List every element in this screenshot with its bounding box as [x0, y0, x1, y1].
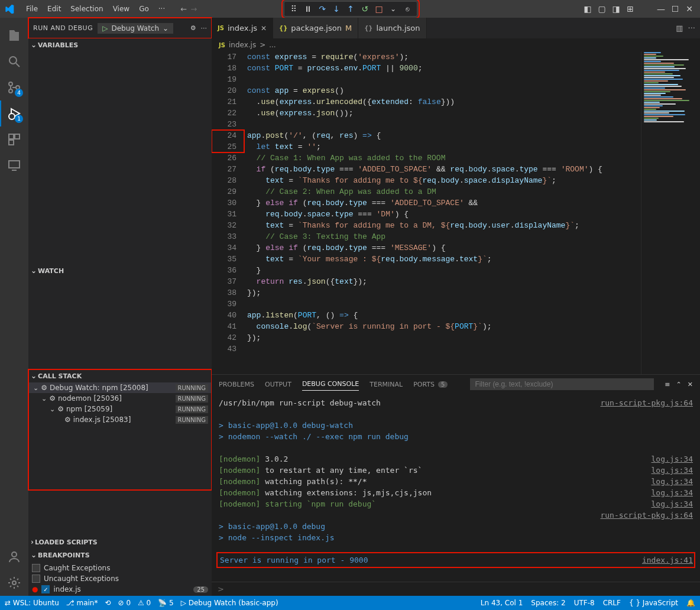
layout-left-icon[interactable]: ◧ — [582, 3, 594, 15]
callstack-row[interactable]: ⚙index.js [25083]RUNNING — [28, 414, 212, 425]
watch-body — [28, 277, 212, 369]
nav-back-icon[interactable]: ← — [180, 5, 187, 14]
source-link[interactable]: index.js:41 — [642, 554, 693, 566]
debug-config-selector[interactable]: ▷ Debug Watch ⌄ — [98, 23, 173, 34]
editor-tab[interactable]: {}launch.json — [358, 18, 426, 38]
language-status[interactable]: { } JavaScript — [629, 599, 678, 607]
nav-fwd-icon[interactable]: → — [190, 5, 197, 14]
explorer-icon[interactable] — [0, 22, 28, 48]
stop-dropdown-icon[interactable]: ⌄ — [387, 3, 399, 15]
drag-handle-icon[interactable]: ⠿ — [288, 3, 300, 15]
cursor-position[interactable]: Ln 43, Col 1 — [481, 599, 523, 607]
variables-section-header[interactable]: ⌄VARIABLES — [28, 38, 212, 51]
editor-tab[interactable]: {}package.jsonM — [273, 18, 358, 38]
indent-status[interactable]: Spaces: 2 — [531, 599, 565, 607]
layout-right-icon[interactable]: ◨ — [610, 3, 622, 15]
tab-ports[interactable]: PORTS — [413, 378, 435, 391]
menu-view[interactable]: View — [108, 2, 134, 15]
gear-icon[interactable]: ⚙ — [190, 24, 196, 32]
play-icon[interactable]: ▷ — [102, 24, 108, 33]
menu-file[interactable]: File — [21, 2, 43, 15]
chevron-icon[interactable]: ⌄ — [33, 384, 38, 392]
debug-console-input[interactable]: > — [212, 582, 700, 596]
tab-problems[interactable]: PROBLEMS — [219, 378, 254, 391]
pause-icon[interactable]: ⏸ — [302, 3, 314, 15]
loaded-scripts-section-header[interactable]: ›LOADED SCRIPTS — [28, 536, 212, 549]
debug-console[interactable]: /usr/bin/npm run-script debug-watchrun-s… — [212, 394, 700, 582]
scm-badge: 4 — [15, 89, 23, 97]
process-icon: ⚙ — [64, 416, 71, 424]
debug-icon[interactable]: 1 — [0, 100, 28, 126]
source-link[interactable]: log.js:34 — [652, 487, 693, 498]
window-maximize-icon[interactable]: ☐ — [669, 3, 681, 15]
window-minimize-icon[interactable]: — — [655, 3, 667, 15]
panel-close-icon[interactable]: ✕ — [688, 381, 693, 388]
more-icon[interactable]: ··· — [201, 24, 208, 32]
checkbox[interactable]: ✓ — [41, 585, 50, 593]
layout-custom-icon[interactable]: ⊞ — [624, 3, 636, 15]
source-link[interactable]: log.js:34 — [652, 465, 693, 476]
callstack-row[interactable]: ⌄⚙nodemon [25036]RUNNING — [28, 393, 212, 404]
panel-maximize-icon[interactable]: ⌃ — [676, 381, 682, 388]
chevron-icon[interactable]: ⌄ — [50, 405, 55, 413]
checkbox[interactable] — [32, 575, 40, 583]
callstack-section-header[interactable]: ⌄CALL STACK — [28, 369, 212, 382]
search-icon[interactable] — [0, 48, 28, 74]
sync-icon[interactable]: ⟲ — [105, 599, 111, 607]
debug-status[interactable]: ▷ Debug Watch (basic-app) — [181, 599, 278, 607]
chevron-down-icon[interactable]: ⌄ — [163, 24, 168, 33]
tab-terminal[interactable]: TERMINAL — [370, 378, 403, 391]
debug-filter-input[interactable] — [470, 378, 654, 390]
source-control-icon[interactable]: 4 — [0, 74, 28, 100]
branch-status[interactable]: ⎇ main* — [66, 599, 98, 607]
minimap[interactable] — [641, 51, 700, 374]
chevron-icon[interactable]: ⌄ — [41, 395, 47, 403]
ports-status[interactable]: 📡 5 — [158, 599, 173, 607]
callstack-row[interactable]: ⌄⚙npm [25059]RUNNING — [28, 404, 212, 414]
tab-debug-console[interactable]: DEBUG CONSOLE — [302, 378, 359, 391]
disconnect-icon[interactable]: ⎋ — [401, 3, 413, 15]
extensions-icon[interactable] — [0, 126, 28, 152]
menu-selection[interactable]: Selection — [66, 2, 108, 15]
split-editor-icon[interactable]: ▥ — [676, 24, 683, 33]
restart-icon[interactable]: ↺ — [359, 3, 371, 15]
warnings-status[interactable]: ⚠ 0 — [138, 599, 151, 607]
code-editor[interactable]: 1718192021222324252627282930313233343536… — [212, 51, 700, 374]
menu-go[interactable]: Go — [134, 2, 154, 15]
breadcrumb-file[interactable]: index.js — [229, 41, 256, 49]
accounts-icon[interactable] — [0, 544, 28, 570]
stop-icon[interactable]: □ — [373, 3, 385, 15]
source-link[interactable]: log.js:34 — [652, 453, 693, 465]
checkbox[interactable] — [32, 564, 40, 572]
source-link[interactable]: run-script-pkg.js:64 — [600, 397, 693, 408]
callstack-row[interactable]: ⌄⚙Debug Watch: npm [25008]RUNNING — [28, 382, 212, 393]
eol-status[interactable]: CRLF — [603, 599, 621, 607]
menu-more[interactable]: ··· — [154, 2, 170, 15]
editor-tab[interactable]: JSindex.js✕ — [212, 18, 273, 38]
breakpoints-section-header[interactable]: ⌄BREAKPOINTS — [28, 549, 212, 562]
tab-label: package.json — [291, 24, 342, 33]
source-link[interactable]: run-script-pkg.js:64 — [600, 510, 693, 521]
source-link[interactable]: log.js:34 — [652, 476, 693, 487]
layout-bottom-icon[interactable]: ▢ — [596, 3, 608, 15]
remote-status[interactable]: ⇄ WSL: Ubuntu — [5, 599, 59, 607]
errors-status[interactable]: ⊘ 0 — [118, 599, 131, 607]
step-out-icon[interactable]: ↑ — [345, 3, 357, 15]
menu-edit[interactable]: Edit — [43, 2, 66, 15]
bp-label[interactable]: index.js — [53, 585, 80, 593]
breadcrumb[interactable]: JS index.js > ... — [212, 38, 700, 51]
notifications-icon[interactable]: 🔔 — [686, 599, 695, 607]
encoding-status[interactable]: UTF-8 — [574, 599, 595, 607]
tab-output[interactable]: OUTPUT — [265, 378, 291, 391]
step-into-icon[interactable]: ↓ — [330, 3, 342, 15]
watch-section-header[interactable]: ⌄WATCH — [28, 264, 212, 277]
settings-gear-icon[interactable] — [0, 570, 28, 596]
bp-label: Caught Exceptions — [44, 564, 110, 572]
close-icon[interactable]: ✕ — [261, 24, 267, 33]
more-actions-icon[interactable]: ··· — [688, 24, 695, 33]
window-close-icon[interactable]: ✕ — [683, 3, 695, 15]
step-over-icon[interactable]: ↷ — [316, 3, 328, 15]
source-link[interactable]: log.js:34 — [652, 498, 693, 510]
panel-action-icon[interactable]: ≡ — [665, 381, 670, 388]
remote-explorer-icon[interactable] — [0, 152, 28, 179]
